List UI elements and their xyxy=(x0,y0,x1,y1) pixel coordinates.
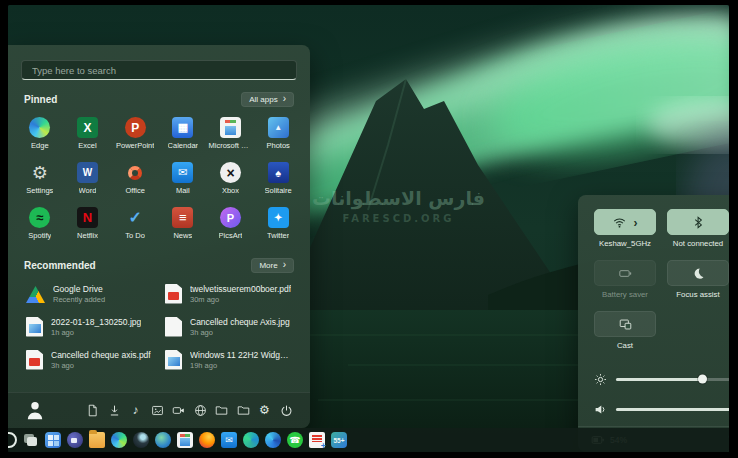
pinned-app-picsart[interactable]: PicsArt xyxy=(207,201,255,246)
microsoft-store-icon[interactable] xyxy=(177,432,193,448)
mail-icon[interactable] xyxy=(221,432,237,448)
mail-icon xyxy=(172,162,193,183)
internet-globe-icon[interactable] xyxy=(155,432,171,448)
settings-gear-icon xyxy=(29,162,50,183)
toggle-battery-saver: Battery saver xyxy=(594,260,656,299)
task-view-icon[interactable] xyxy=(23,432,39,448)
videos-icon[interactable] xyxy=(172,404,185,417)
pinned-app-excel[interactable]: Excel xyxy=(64,111,112,156)
dark-browser-icon[interactable] xyxy=(133,432,149,448)
recommended-item[interactable]: twelvetissuerem00boer.pdf30m ago xyxy=(159,277,298,310)
brightness-slider-row xyxy=(594,364,729,394)
image-file-icon xyxy=(26,317,43,337)
pinned-app-microsoft-store[interactable]: Microsoft Store xyxy=(207,111,255,156)
all-apps-button[interactable]: All apps xyxy=(241,92,294,107)
twitter-icon xyxy=(268,207,289,228)
search-input[interactable] xyxy=(21,60,297,80)
start-menu: Pinned All apps Edge Excel PowerPoint Ca… xyxy=(8,45,310,428)
document-plus-icon[interactable] xyxy=(309,432,325,448)
downloads-icon[interactable] xyxy=(108,404,121,417)
toggle-bluetooth: Not connected xyxy=(667,209,729,248)
brightness-slider-handle[interactable] xyxy=(698,375,707,384)
folder-icon[interactable] xyxy=(237,404,250,417)
pictures-icon[interactable] xyxy=(151,404,164,417)
photos-icon xyxy=(268,117,289,138)
pinned-app-to-do[interactable]: To Do xyxy=(111,201,159,246)
pinned-app-news[interactable]: News xyxy=(159,201,207,246)
settings-gear-icon[interactable]: ⚙ xyxy=(258,404,271,417)
focus-assist-button[interactable] xyxy=(667,260,729,286)
user-avatar[interactable] xyxy=(24,400,46,422)
app-badge-icon[interactable]: 55+ xyxy=(331,432,347,448)
image-file-icon xyxy=(165,350,182,370)
bluetooth-button[interactable] xyxy=(667,209,729,235)
volume-slider[interactable] xyxy=(616,408,729,411)
recommended-item[interactable]: 2022-01-18_130250.jpg1h ago xyxy=(20,310,159,343)
pdf-file-icon xyxy=(26,350,43,370)
recommended-item[interactable]: Google DriveRecently added xyxy=(20,277,159,310)
to-do-icon xyxy=(125,207,146,228)
solitaire-icon xyxy=(268,162,289,183)
volume-slider-row xyxy=(594,394,729,424)
pinned-app-settings[interactable]: Settings xyxy=(16,156,64,201)
firefox-icon[interactable] xyxy=(199,432,215,448)
pinned-app-solitaire[interactable]: Solitaire xyxy=(254,156,302,201)
pinned-app-powerpoint[interactable]: PowerPoint xyxy=(111,111,159,156)
pinned-app-calendar[interactable]: Calendar xyxy=(159,111,207,156)
network-icon[interactable] xyxy=(194,404,207,417)
word-icon xyxy=(77,162,98,183)
pinned-app-netflix[interactable]: Netflix xyxy=(64,201,112,246)
cast-icon xyxy=(619,318,632,331)
chevron-right-icon[interactable] xyxy=(634,215,638,230)
pinned-app-photos[interactable]: Photos xyxy=(254,111,302,156)
powerpoint-icon xyxy=(125,117,146,138)
recommended-grid: Google DriveRecently added twelvetissuer… xyxy=(20,277,298,376)
chat-icon[interactable] xyxy=(67,432,83,448)
pinned-app-office[interactable]: Office xyxy=(111,156,159,201)
start-button[interactable] xyxy=(8,432,17,448)
chevron-right-icon xyxy=(283,261,286,270)
bluetooth-icon xyxy=(692,216,705,229)
edge-dev-icon[interactable] xyxy=(243,432,259,448)
pinned-app-twitter[interactable]: Twitter xyxy=(254,201,302,246)
pinned-title: Pinned xyxy=(24,94,57,105)
pdf-file-icon xyxy=(165,284,182,304)
recommended-item[interactable]: Cancelled cheque axis.pdf3h ago xyxy=(20,343,159,376)
pinned-app-grid: Edge Excel PowerPoint Calendar Microsoft… xyxy=(16,111,302,246)
pinned-app-xbox[interactable]: Xbox xyxy=(207,156,255,201)
edge-icon xyxy=(29,117,50,138)
pinned-app-spotify[interactable]: Spotify xyxy=(16,201,64,246)
toggle-cast: Cast xyxy=(594,311,656,350)
chevron-right-icon xyxy=(283,95,286,104)
documents-icon[interactable] xyxy=(86,404,99,417)
pinned-app-word[interactable]: Word xyxy=(64,156,112,201)
battery-saver-button[interactable] xyxy=(594,260,656,286)
file-icon xyxy=(165,317,182,337)
wifi-button[interactable] xyxy=(594,209,656,235)
toggle-wifi: Keshaw_5GHz xyxy=(594,209,656,248)
recommended-title: Recommended xyxy=(24,260,96,271)
cast-button[interactable] xyxy=(594,311,656,337)
office-icon xyxy=(125,162,146,183)
google-drive-icon xyxy=(26,286,45,303)
whatsapp-icon[interactable] xyxy=(287,432,303,448)
edge-icon[interactable] xyxy=(111,432,127,448)
microsoft-store-icon xyxy=(220,117,241,138)
file-explorer-icon[interactable] xyxy=(89,432,105,448)
calendar-icon xyxy=(172,117,193,138)
file-explorer-icon[interactable] xyxy=(215,404,228,417)
excel-icon xyxy=(77,117,98,138)
brightness-slider[interactable] xyxy=(616,378,729,381)
pinned-app-mail[interactable]: Mail xyxy=(159,156,207,201)
more-button[interactable]: More xyxy=(251,258,294,273)
netflix-icon xyxy=(77,207,98,228)
edge-beta-icon[interactable] xyxy=(265,432,281,448)
recommended-item[interactable]: Cancelled cheque Axis.jpg3h ago xyxy=(159,310,298,343)
music-icon[interactable]: ♪ xyxy=(129,404,142,417)
news-icon xyxy=(172,207,193,228)
power-icon[interactable] xyxy=(280,404,293,417)
widgets-icon[interactable] xyxy=(45,432,61,448)
pinned-app-edge[interactable]: Edge xyxy=(16,111,64,156)
recommended-item[interactable]: Windows 11 22H2 Widgets.jpg19h ago xyxy=(159,343,298,376)
brightness-sun-icon xyxy=(594,373,607,386)
